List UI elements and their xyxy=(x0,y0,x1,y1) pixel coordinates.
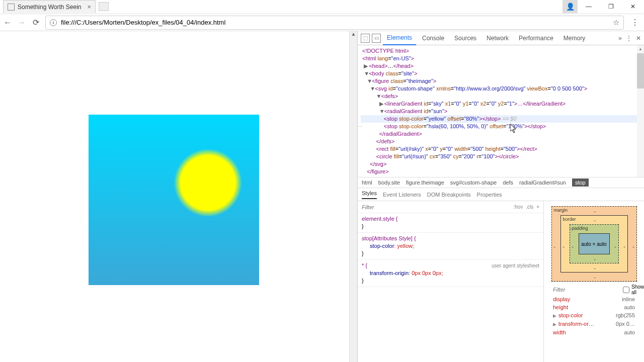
rendered-svg xyxy=(89,115,259,285)
window-maximize-button[interactable]: ❐ xyxy=(600,0,622,13)
gutter-dots: ⋯ xyxy=(358,123,363,130)
dom-tree[interactable]: ⋯ <!DOCTYPE html> <html lang="en-US"> ▶<… xyxy=(358,45,644,177)
page-scrollbar[interactable]: ▲ xyxy=(349,31,357,362)
subtab-styles[interactable]: Styles xyxy=(362,190,377,199)
show-all-checkbox[interactable] xyxy=(623,287,629,293)
cls-toggle[interactable]: .cls xyxy=(526,204,533,210)
subtab-event-listeners[interactable]: Event Listeners xyxy=(383,192,421,198)
hov-toggle[interactable]: :hov xyxy=(513,204,523,210)
page-favicon xyxy=(8,4,15,11)
tab-console[interactable]: Console xyxy=(418,32,448,45)
browser-tab[interactable]: Something Worth Seein × xyxy=(3,0,96,13)
tab-sources[interactable]: Sources xyxy=(450,32,480,45)
tabs-overflow-icon[interactable]: » xyxy=(618,35,622,42)
scroll-up-icon[interactable]: ▲ xyxy=(350,31,357,39)
device-toggle-icon[interactable]: ▭ xyxy=(372,34,381,43)
forward-button[interactable]: → xyxy=(17,18,26,27)
box-model-diagram[interactable]: margin - - - - border - - - - padding - … xyxy=(551,206,637,282)
style-rule-element[interactable]: element.style { } xyxy=(358,213,543,233)
window-controls: 👤 — ❐ ✕ xyxy=(562,0,644,13)
style-rule-attributes[interactable]: stop[Attributes Style] { stop-color: yel… xyxy=(358,233,543,260)
tab-performance[interactable]: Performance xyxy=(515,32,557,45)
bookmark-star-icon[interactable]: ☆ xyxy=(613,18,619,27)
crumb-defs[interactable]: defs xyxy=(503,179,513,186)
profile-icon[interactable]: 👤 xyxy=(562,0,578,13)
styles-filter-input[interactable] xyxy=(362,204,510,210)
devtools-close-icon[interactable]: ✕ xyxy=(636,35,641,42)
computed-pane: Show all displayinline heightauto ▶stop-… xyxy=(549,282,639,338)
styles-pane: :hov .cls + element.style { } stop[Attri… xyxy=(358,201,543,362)
dom-breadcrumb: html body.site figure.theimage svg#custo… xyxy=(358,177,644,188)
inspect-element-icon[interactable]: ⬚ xyxy=(361,34,370,43)
crumb-stop[interactable]: stop xyxy=(572,178,589,187)
window-close-button[interactable]: ✕ xyxy=(622,0,644,13)
tab-title: Something Worth Seein xyxy=(18,4,82,11)
site-info-icon[interactable]: i xyxy=(50,19,57,26)
reload-button[interactable]: ⟳ xyxy=(31,18,40,27)
crumb-html[interactable]: html xyxy=(362,179,372,186)
crumb-figure[interactable]: figure.theimage xyxy=(406,179,444,186)
tree-scrollbar[interactable]: ▲ xyxy=(637,45,644,177)
url-text: file:///C:/Users/Morten/Desktop/ex_files… xyxy=(61,19,225,26)
window-minimize-button[interactable]: — xyxy=(578,0,600,13)
box-model-content: auto × auto xyxy=(579,233,610,254)
tab-elements[interactable]: Elements xyxy=(383,31,416,45)
box-model-pane: margin - - - - border - - - - padding - … xyxy=(543,201,644,362)
tab-memory[interactable]: Memory xyxy=(559,32,589,45)
tab-network[interactable]: Network xyxy=(482,32,513,45)
back-button[interactable]: ← xyxy=(3,18,12,27)
subtab-properties[interactable]: Properties xyxy=(477,192,502,198)
styles-tabbar: Styles Event Listeners DOM Breakpoints P… xyxy=(358,188,644,201)
page-viewport: ▲ xyxy=(0,31,357,362)
new-tab-button[interactable] xyxy=(99,2,109,11)
devtools-menu-icon[interactable]: ⋮ xyxy=(626,35,632,42)
browser-menu-button[interactable]: ⋮ xyxy=(629,18,641,27)
tab-close-icon[interactable]: × xyxy=(88,3,92,11)
crumb-radialgradient[interactable]: radialGradient#sun xyxy=(519,179,566,186)
devtools-tabbar: ⬚ ▭ Elements Console Sources Network Per… xyxy=(358,31,644,45)
crumb-svg[interactable]: svg#custom-shape xyxy=(450,179,497,186)
new-rule-button[interactable]: + xyxy=(536,204,539,210)
crumb-body[interactable]: body.site xyxy=(378,179,400,186)
style-rule-ua[interactable]: user agent stylesheet * { transform-orig… xyxy=(358,260,543,287)
computed-filter-input[interactable] xyxy=(553,287,623,293)
subtab-dom-breakpoints[interactable]: DOM Breakpoints xyxy=(427,192,471,198)
devtools-panel: ⬚ ▭ Elements Console Sources Network Per… xyxy=(357,31,644,362)
url-field[interactable]: i file:///C:/Users/Morten/Desktop/ex_fil… xyxy=(45,16,624,30)
address-bar: ← → ⟳ i file:///C:/Users/Morten/Desktop/… xyxy=(0,14,644,31)
content-area: ▲ ⬚ ▭ Elements Console Sources Network P… xyxy=(0,31,644,362)
svg-point-1 xyxy=(174,149,243,217)
browser-titlebar: Something Worth Seein × 👤 — ❐ ✕ xyxy=(0,0,644,14)
